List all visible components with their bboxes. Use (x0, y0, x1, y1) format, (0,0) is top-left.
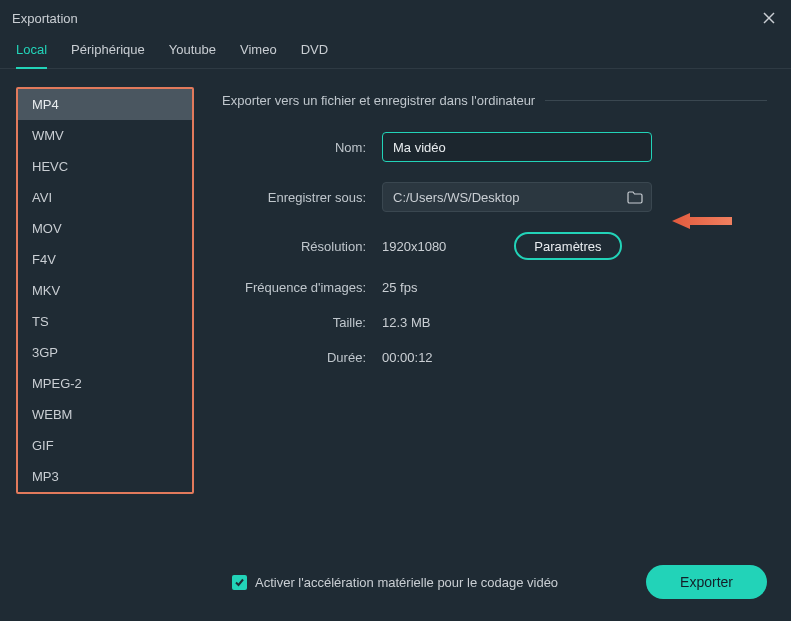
tab-youtube[interactable]: Youtube (169, 42, 216, 68)
path-field[interactable]: C:/Users/WS/Desktop (382, 182, 652, 212)
format-item-gif[interactable]: GIF (18, 430, 192, 461)
divider (545, 100, 767, 101)
label-size: Taille: (222, 315, 382, 330)
format-item-3gp[interactable]: 3GP (18, 337, 192, 368)
format-item-f4v[interactable]: F4V (18, 244, 192, 275)
format-item-mkv[interactable]: MKV (18, 275, 192, 306)
close-icon (763, 12, 775, 24)
value-fps: 25 fps (382, 280, 417, 295)
format-item-avi[interactable]: AVI (18, 182, 192, 213)
format-item-webm[interactable]: WEBM (18, 399, 192, 430)
tab-dvd[interactable]: DVD (301, 42, 328, 68)
value-resolution: 1920x1080 (382, 239, 446, 254)
label-fps: Fréquence d'images: (222, 280, 382, 295)
label-duration: Durée: (222, 350, 382, 365)
name-input[interactable] (382, 132, 652, 162)
folder-icon (627, 191, 643, 204)
label-path: Enregistrer sous: (222, 190, 382, 205)
tab-peripherique[interactable]: Périphérique (71, 42, 145, 68)
section-heading: Exporter vers un fichier et enregistrer … (222, 93, 535, 108)
value-size: 12.3 MB (382, 315, 430, 330)
export-button[interactable]: Exporter (646, 565, 767, 599)
parameters-button[interactable]: Paramètres (514, 232, 621, 260)
format-item-hevc[interactable]: HEVC (18, 151, 192, 182)
annotation-arrow-icon (672, 211, 732, 231)
close-button[interactable] (759, 8, 779, 28)
checkbox-box (232, 575, 247, 590)
export-tabs: Local Périphérique Youtube Vimeo DVD (0, 32, 791, 69)
label-resolution: Résolution: (222, 239, 382, 254)
format-list: MP4 WMV HEVC AVI MOV F4V MKV TS 3GP MPEG… (16, 87, 194, 494)
format-item-mpeg2[interactable]: MPEG-2 (18, 368, 192, 399)
format-item-ts[interactable]: TS (18, 306, 192, 337)
value-duration: 00:00:12 (382, 350, 433, 365)
hw-accel-label: Activer l'accélération matérielle pour l… (255, 575, 558, 590)
svg-marker-2 (672, 213, 732, 229)
hw-accel-checkbox[interactable]: Activer l'accélération matérielle pour l… (232, 575, 558, 590)
format-item-mp3[interactable]: MP3 (18, 461, 192, 492)
path-value: C:/Users/WS/Desktop (393, 190, 625, 205)
tab-vimeo[interactable]: Vimeo (240, 42, 277, 68)
window-title: Exportation (12, 11, 78, 26)
format-item-mp4[interactable]: MP4 (18, 89, 192, 120)
browse-button[interactable] (625, 187, 645, 207)
format-item-wmv[interactable]: WMV (18, 120, 192, 151)
format-item-mov[interactable]: MOV (18, 213, 192, 244)
label-name: Nom: (222, 140, 382, 155)
check-icon (234, 577, 245, 588)
tab-local[interactable]: Local (16, 42, 47, 69)
